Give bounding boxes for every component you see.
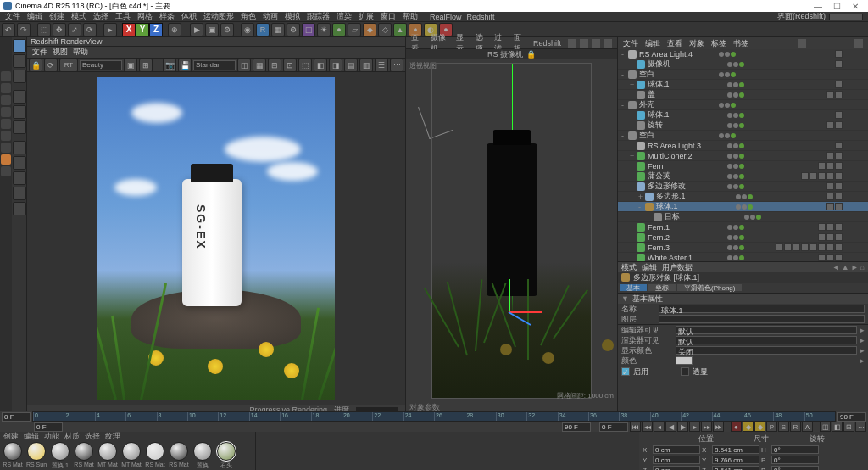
attr-tab-coord[interactable]: 坐标	[648, 284, 676, 291]
rv-menu-view[interactable]: 视图	[53, 47, 68, 58]
render-button[interactable]: ▶	[190, 23, 203, 36]
rs-render-button[interactable]: R	[256, 23, 270, 36]
tl-key-s-button[interactable]: S	[778, 422, 789, 432]
rv-opt2-button[interactable]: ▦	[253, 59, 266, 72]
attr-vis-editor-combo[interactable]: 默认	[676, 326, 857, 334]
attr-nav-home-icon[interactable]: ⌂	[860, 263, 865, 271]
redo-button[interactable]: ↷	[17, 23, 31, 36]
render-region-button[interactable]: ▣	[205, 23, 219, 36]
object-row[interactable]: 目标	[618, 212, 868, 222]
material-item[interactable]: RS Sun	[25, 442, 47, 470]
object-row[interactable]: Fern.3	[618, 243, 868, 253]
vp-menu-redshift[interactable]: Redshift	[533, 39, 561, 48]
coord-size-input[interactable]: 3.541 cm	[712, 466, 760, 470]
timeline-end-input[interactable]: 90 F	[837, 412, 866, 422]
rv-snapshot-button[interactable]: 📷	[163, 59, 176, 72]
menu-tracker[interactable]: 跟踪器	[307, 11, 330, 22]
obj-menu-tags[interactable]: 标签	[711, 38, 726, 49]
menu-select[interactable]: 选择	[93, 11, 108, 22]
menu-render[interactable]: 渲染	[337, 11, 352, 22]
select-tool[interactable]: ⬚	[37, 23, 51, 36]
attr-layer-input[interactable]	[659, 315, 865, 323]
rs-aov-button[interactable]: ◫	[302, 23, 315, 36]
mode-icon-3[interactable]	[1, 95, 11, 105]
menu-redshift[interactable]: Redshift	[467, 13, 495, 21]
menu-mesh[interactable]: 网格	[137, 11, 153, 22]
timeline-start-input[interactable]: 0 F	[2, 412, 31, 422]
menu-simulate[interactable]: 模拟	[285, 11, 300, 22]
material-item[interactable]: RS Mat	[144, 442, 166, 470]
mode-icon-7[interactable]	[1, 143, 11, 153]
rv-opt7-button[interactable]: ◨	[329, 59, 342, 72]
attr-nav-next-icon[interactable]: ►	[851, 263, 859, 271]
viewport-canvas[interactable]: 透视视图	[406, 59, 617, 402]
tl-opt3-button[interactable]: ⊞	[843, 422, 854, 432]
rv-opt3-button[interactable]: ⊟	[268, 59, 281, 72]
vp-nav3-icon[interactable]	[592, 39, 600, 48]
minimize-button[interactable]: —	[809, 2, 827, 11]
rv-rt-button[interactable]: RT	[59, 59, 78, 72]
maximize-button[interactable]: ☐	[827, 2, 846, 11]
history-button[interactable]: ▸	[103, 23, 117, 36]
rv-opt5-button[interactable]: ⬚	[298, 59, 312, 72]
tl-goto-end-button[interactable]: ⏭	[713, 422, 724, 432]
coord-pos-input[interactable]: 0 cm	[653, 466, 700, 470]
tl-opt2-button[interactable]: ◧	[832, 422, 843, 432]
rotate-tool[interactable]: ⟳	[83, 23, 97, 36]
object-row[interactable]: -空白	[618, 131, 868, 141]
object-row[interactable]: +MultiCloner.2	[618, 151, 868, 161]
move-tool[interactable]: ✥	[53, 23, 66, 36]
mode-icon-8[interactable]	[1, 154, 11, 165]
material-item[interactable]: 石头	[215, 442, 237, 470]
mode-icon-1[interactable]	[1, 71, 11, 81]
menu-character[interactable]: 角色	[241, 11, 256, 22]
menu-help[interactable]: 帮助	[403, 11, 418, 22]
axis-x-toggle[interactable]: X	[122, 23, 136, 36]
axis-mode-button[interactable]	[13, 141, 26, 154]
texture-mode-button[interactable]	[13, 54, 26, 68]
layout-dropdown[interactable]	[829, 14, 863, 20]
tl-key-a-button[interactable]: A	[802, 422, 813, 432]
timeline-end2-input[interactable]: 90 F	[562, 422, 591, 432]
rs-light-button[interactable]: ☀	[317, 23, 331, 36]
rs-tool2-button[interactable]: ◇	[378, 23, 392, 36]
undo-button[interactable]: ↶	[2, 23, 15, 36]
rs-renderview-button[interactable]: ▦	[271, 23, 285, 36]
obj-menu-file[interactable]: 文件	[623, 38, 638, 49]
tl-key-r-button[interactable]: R	[790, 422, 801, 432]
menu-edit[interactable]: 编辑	[27, 11, 42, 22]
tl-play-back-button[interactable]: ◀	[665, 422, 676, 432]
render-settings-button[interactable]: ⚙	[220, 23, 234, 36]
timeline-cur2-input[interactable]: 0 F	[599, 422, 628, 432]
polygon-mode-button[interactable]	[13, 120, 26, 134]
timeline-ruler[interactable]: 0246810121416182022242628303234363840424…	[32, 411, 836, 422]
object-row[interactable]: Fern.2	[618, 232, 868, 243]
obj-search-icon[interactable]	[798, 39, 806, 48]
rv-menu-file[interactable]: 文件	[32, 47, 47, 58]
point-mode-button[interactable]	[13, 90, 26, 104]
coord-sys-button[interactable]: ⊕	[168, 23, 181, 36]
vp-camera-label[interactable]: RS 摄像机	[487, 49, 523, 60]
mode-icon-5[interactable]	[1, 119, 11, 129]
material-item[interactable]: 置换	[192, 442, 214, 470]
tl-autokey-button[interactable]: ◆	[743, 422, 754, 432]
model-mode-button[interactable]	[13, 39, 26, 53]
menu-spline[interactable]: 样条	[159, 11, 175, 22]
tl-key-p-button[interactable]: P	[766, 422, 777, 432]
rs-material-button[interactable]: ●	[332, 23, 346, 36]
rv-menu-help[interactable]: 帮助	[73, 47, 88, 58]
menu-volume[interactable]: 体积	[181, 11, 197, 22]
object-row[interactable]: Fern.1	[618, 222, 868, 232]
menu-extensions[interactable]: 扩展	[359, 11, 374, 22]
rv-bucket-button[interactable]: ⊞	[139, 59, 153, 72]
obj-menu-view[interactable]: 查看	[667, 38, 682, 49]
mode-icon-2[interactable]	[1, 83, 11, 93]
rv-opt8-button[interactable]: ▤	[344, 59, 358, 72]
material-item[interactable]: RS Mat	[73, 442, 95, 470]
rv-lock-button[interactable]: 🔒	[29, 59, 42, 72]
menu-create[interactable]: 创建	[49, 11, 64, 22]
lock-icon[interactable]: 🔒	[526, 50, 536, 59]
material-item[interactable]: 置换.1	[49, 442, 71, 470]
mode-icon-9[interactable]	[1, 166, 11, 176]
menu-mode[interactable]: 模式	[71, 11, 86, 22]
